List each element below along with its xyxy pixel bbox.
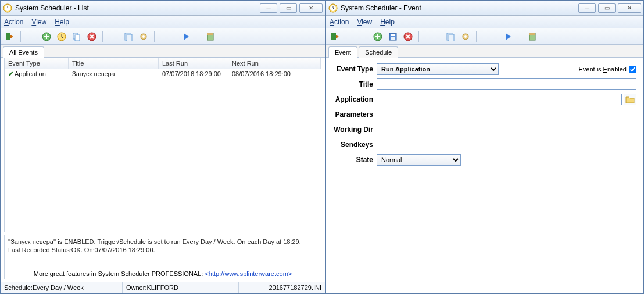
status-owner: Owner:KLIFFORD (123, 282, 239, 293)
svg-rect-9 (127, 34, 132, 41)
event-form: Event Type Run Application Event is Enab… (326, 58, 643, 293)
close-button[interactable]: ✕ (618, 3, 641, 13)
svg-rect-19 (391, 34, 395, 36)
svg-point-11 (142, 35, 145, 38)
svg-rect-23 (449, 34, 454, 41)
run-icon[interactable] (502, 31, 514, 42)
promo-link[interactable]: <http://www.splinterware.com> (205, 270, 292, 277)
edit-icon[interactable] (56, 31, 67, 42)
toolbar (326, 28, 643, 45)
tabstrip: All Events (1, 45, 325, 58)
titlebar[interactable]: System Scheduler - List ─ ▭ ✕ (1, 1, 325, 16)
copy-icon[interactable] (71, 31, 83, 42)
label-parameters: Parameters (333, 110, 377, 119)
menubar: Action View Help (326, 16, 643, 28)
save-icon[interactable] (387, 31, 399, 42)
add-icon[interactable] (372, 31, 384, 42)
menubar: Action View Help (1, 16, 325, 28)
event-window: System Scheduler - Event ─ ▭ ✕ Action Vi… (325, 0, 644, 294)
label-event-type: Event Type (333, 65, 377, 73)
stop-icon[interactable] (527, 31, 538, 42)
label-application: Application (333, 95, 377, 103)
delete-icon[interactable] (86, 31, 98, 42)
event-type-select[interactable]: Run Application (377, 63, 499, 75)
event-list[interactable]: ✔Application Запуск невера 07/07/2016 18… (4, 69, 321, 232)
titlebar[interactable]: System Scheduler - Event ─ ▭ ✕ (326, 1, 643, 16)
cell-last-run: 07/07/2016 18:29:00 (159, 69, 228, 80)
add-icon[interactable] (41, 31, 52, 42)
menu-view[interactable]: View (357, 18, 372, 26)
info-line-1: ''Запуск невера'' is ENABLED. Trigger/Sc… (8, 238, 317, 246)
info-panel: ''Запуск невера'' is ENABLED. Trigger/Sc… (4, 235, 321, 268)
statusbar: Schedule:Every Day / Week Owner:KLIFFORD… (1, 282, 325, 293)
info-line-2: Last Recorded Status:OK. On:07/07/2016 1… (8, 246, 317, 254)
header-next-run[interactable]: Next Run (228, 58, 321, 69)
tabstrip: Event Schedule (326, 45, 643, 58)
column-headers: Event Type Title Last Run Next Run (4, 58, 321, 69)
exit-icon[interactable] (330, 31, 341, 42)
enabled-check-input[interactable] (629, 66, 636, 73)
log-icon[interactable] (445, 31, 456, 42)
stop-icon[interactable] (205, 31, 216, 42)
cell-next-run: 08/07/2016 18:29:00 (228, 69, 321, 80)
status-schedule: Schedule:Every Day / Week (1, 282, 123, 293)
promo-text: More great features in System Scheduler … (34, 270, 205, 277)
svg-rect-16 (331, 33, 336, 40)
list-item[interactable]: ✔Application Запуск невера 07/07/2016 18… (5, 69, 321, 80)
tab-schedule[interactable]: Schedule (359, 46, 398, 58)
list-body: Event Type Title Last Run Next Run ✔Appl… (1, 58, 325, 282)
tab-all-events[interactable]: All Events (3, 46, 44, 58)
tab-event[interactable]: Event (328, 46, 357, 58)
svg-rect-20 (391, 37, 395, 40)
maximize-button[interactable]: ▭ (280, 3, 297, 13)
menu-help[interactable]: Help (55, 18, 69, 26)
header-last-run[interactable]: Last Run (159, 58, 228, 69)
app-icon (3, 3, 12, 13)
header-event-type[interactable]: Event Type (5, 58, 69, 69)
log-icon[interactable] (123, 31, 134, 42)
minimize-button[interactable]: ─ (260, 3, 277, 13)
label-title: Title (333, 80, 377, 88)
close-button[interactable]: ✕ (299, 3, 323, 13)
menu-action[interactable]: Action (4, 18, 23, 26)
sendkeys-input[interactable] (377, 139, 636, 150)
menu-help[interactable]: Help (380, 18, 395, 26)
browse-button[interactable] (624, 94, 636, 105)
promo-line: More great features in System Scheduler … (4, 268, 321, 279)
window-controls: ─ ▭ ✕ (260, 3, 323, 13)
menu-view[interactable]: View (31, 18, 46, 26)
svg-rect-6 (75, 35, 80, 41)
minimize-button[interactable]: ─ (578, 3, 596, 13)
settings-icon[interactable] (138, 31, 149, 42)
settings-icon[interactable] (460, 31, 471, 42)
svg-rect-2 (6, 33, 10, 40)
maximize-button[interactable]: ▭ (598, 3, 616, 13)
status-file: 201677182729.INI (239, 282, 325, 293)
svg-rect-27 (529, 33, 535, 35)
cell-title: Запуск невера (69, 69, 159, 80)
label-working-dir: Working Dir (333, 126, 377, 134)
window-title: System Scheduler - List (15, 4, 260, 12)
run-icon[interactable] (180, 31, 192, 42)
exit-icon[interactable] (4, 31, 16, 42)
enabled-label: Event is Enabled (578, 66, 627, 73)
menu-action[interactable]: Action (330, 18, 349, 26)
window-controls: ─ ▭ ✕ (578, 3, 641, 13)
check-icon: ✔ (8, 70, 13, 77)
delete-icon[interactable] (402, 31, 414, 42)
parameters-input[interactable] (377, 109, 636, 120)
header-title[interactable]: Title (69, 58, 159, 69)
svg-rect-13 (207, 33, 213, 35)
svg-point-25 (464, 35, 467, 38)
title-input[interactable] (377, 78, 636, 90)
label-sendkeys: Sendkeys (333, 141, 377, 149)
state-select[interactable]: Normal (377, 154, 461, 166)
app-icon (328, 3, 338, 13)
label-state: State (333, 156, 377, 164)
list-window: System Scheduler - List ─ ▭ ✕ Action Vie… (0, 0, 325, 294)
event-enabled-checkbox[interactable]: Event is Enabled (578, 66, 636, 73)
window-title: System Scheduler - Event (341, 4, 578, 12)
application-input[interactable] (377, 94, 622, 105)
working-dir-input[interactable] (377, 124, 636, 135)
toolbar (1, 28, 325, 45)
